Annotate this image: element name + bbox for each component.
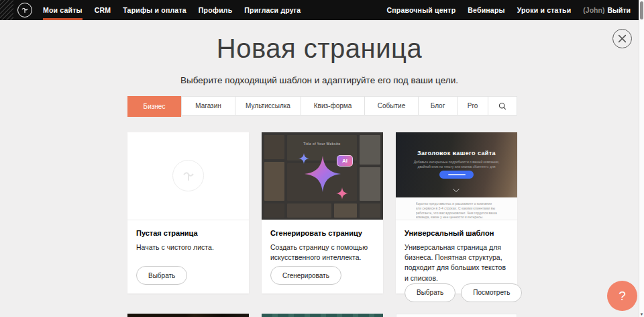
preview-hero-title: Заголовок вашего сайта bbox=[396, 150, 517, 156]
blank-page-preview[interactable] bbox=[127, 132, 249, 220]
universal-template-preview[interactable]: Заголовок вашего сайта Добавьте интересн… bbox=[396, 132, 517, 220]
tab-business[interactable]: Бизнес bbox=[127, 96, 181, 117]
view-universal-button[interactable]: Посмотреть bbox=[461, 283, 522, 302]
search-icon bbox=[498, 102, 506, 110]
card-description: Начать с чистого листа. bbox=[136, 242, 240, 253]
tab-quiz-form[interactable]: Квиз-форма bbox=[301, 97, 364, 115]
generate-button[interactable]: Сгенерировать bbox=[270, 266, 341, 285]
page-title: Новая страница bbox=[0, 34, 639, 64]
collage-tile bbox=[264, 203, 284, 218]
template-preview-partial-2[interactable] bbox=[262, 314, 383, 317]
logout-link[interactable]: Выйти bbox=[607, 6, 631, 14]
card-description: Создать страницу с помощью искусственног… bbox=[270, 242, 374, 263]
tilda-logo-icon[interactable] bbox=[17, 3, 32, 17]
collage-tile bbox=[287, 203, 331, 218]
collage-tile bbox=[360, 167, 380, 201]
tilda-watermark-icon bbox=[172, 160, 204, 191]
ai-generate-preview[interactable]: Title of Your Website bbox=[262, 132, 383, 220]
nav-item-webinars[interactable]: Вебинары bbox=[462, 0, 511, 20]
collage-tile bbox=[334, 203, 357, 218]
tab-multilink[interactable]: Мультиссылка bbox=[235, 97, 301, 115]
card-buttons: Сгенерировать bbox=[270, 266, 374, 285]
user-name: (John) bbox=[583, 6, 604, 14]
preview-hero-subtitle: Добавьте интересные подробности о вашей … bbox=[408, 160, 505, 169]
page-subtitle: Выберите подходящий шаблон и адаптируйте… bbox=[0, 75, 639, 85]
collage-tile bbox=[360, 135, 380, 165]
nav-item-profile[interactable]: Профиль bbox=[193, 0, 239, 20]
collage-tile bbox=[264, 162, 284, 201]
preview-hero: Заголовок вашего сайта Добавьте интересн… bbox=[396, 132, 517, 197]
tab-shop[interactable]: Магазин bbox=[181, 97, 235, 115]
tab-blog[interactable]: Блог bbox=[418, 97, 457, 115]
card-title: Сгенерировать страницу bbox=[270, 229, 374, 237]
card-body: Универсальный шаблон Универсальная стран… bbox=[396, 220, 517, 311]
scrollbar[interactable]: ▼ bbox=[639, 0, 644, 317]
topbar-nav-right: Справочный центр Вебинары Уроки и статьи… bbox=[380, 0, 631, 20]
topbar-nav: Мои сайты CRM Тарифы и оплата Профиль Пр… bbox=[37, 0, 307, 20]
tab-event[interactable]: Событие bbox=[364, 97, 418, 115]
template-category-tabs: Бизнес Магазин Мультиссылка Квиз-форма С… bbox=[127, 96, 517, 116]
card-title: Пустая страница bbox=[136, 229, 240, 237]
nav-item-lessons[interactable]: Уроки и статьи bbox=[511, 0, 578, 20]
nav-item-invite-friend[interactable]: Пригласи друга bbox=[238, 0, 307, 20]
collage-tile bbox=[360, 203, 380, 218]
scrollbar-thumb[interactable] bbox=[640, 1, 643, 19]
ai-sparkle-small-icon bbox=[336, 187, 348, 199]
preview-paragraph: Коротко представьтесь и расскажите о ком… bbox=[416, 201, 498, 220]
topbar-texture bbox=[0, 0, 13, 20]
card-body: Сгенерировать страницу Создать страницу … bbox=[262, 220, 383, 293]
select-blank-button[interactable]: Выбрать bbox=[136, 266, 187, 285]
nav-item-my-sites[interactable]: Мои сайты bbox=[37, 0, 89, 20]
app-window: Мои сайты CRM Тарифы и оплата Профиль Пр… bbox=[0, 0, 644, 317]
scroll-down-icon[interactable]: ▼ bbox=[639, 312, 644, 317]
card-title: Универсальный шаблон bbox=[405, 229, 508, 237]
ai-badge: AI bbox=[337, 155, 353, 167]
nav-item-tariffs[interactable]: Тарифы и оплата bbox=[117, 0, 193, 20]
preview-hero-button bbox=[439, 171, 474, 179]
template-preview-partial-3[interactable] bbox=[396, 314, 517, 317]
card-buttons: Выбрать Посмотреть bbox=[405, 283, 508, 302]
nav-item-crm[interactable]: CRM bbox=[89, 0, 117, 20]
select-universal-button[interactable]: Выбрать bbox=[405, 283, 455, 302]
chevron-down-icon bbox=[453, 189, 460, 192]
user-box: (John) Выйти bbox=[577, 6, 631, 14]
topbar: Мои сайты CRM Тарифы и оплата Профиль Пр… bbox=[0, 0, 639, 20]
template-cards-row: Пустая страница Начать с чистого листа. … bbox=[127, 132, 517, 293]
collage-caption: Title of Your Website bbox=[287, 142, 357, 146]
collage-tile bbox=[264, 135, 284, 159]
template-card-ai: Title of Your Website bbox=[262, 132, 383, 293]
template-card-blank: Пустая страница Начать с чистого листа. … bbox=[127, 132, 249, 293]
help-button[interactable]: ? bbox=[607, 281, 637, 311]
template-preview-partial-1[interactable] bbox=[127, 314, 249, 317]
tab-pro[interactable]: Pro bbox=[457, 97, 488, 115]
card-description: Универсальная страница для бизнеса. Поня… bbox=[405, 242, 508, 283]
template-card-universal: Заголовок вашего сайта Добавьте интересн… bbox=[396, 132, 517, 293]
nav-item-help-center[interactable]: Справочный центр bbox=[380, 0, 462, 20]
card-body: Пустая страница Начать с чистого листа. … bbox=[127, 220, 249, 293]
ai-sparkle-icon bbox=[305, 154, 341, 193]
card-buttons: Выбрать bbox=[136, 266, 240, 285]
preview-text-section: Коротко представьтесь и расскажите о ком… bbox=[396, 197, 517, 220]
next-templates-row bbox=[127, 314, 517, 317]
tab-search[interactable] bbox=[488, 97, 517, 115]
